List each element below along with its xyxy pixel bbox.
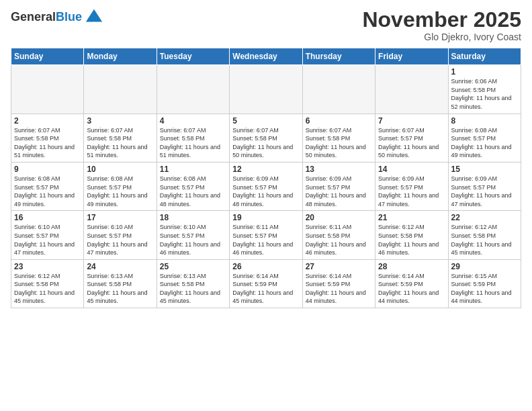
table-row: 9Sunrise: 6:08 AMSunset: 5:57 PMDaylight…: [11, 162, 84, 210]
day-number: 2: [14, 116, 81, 126]
day-number: 18: [160, 213, 226, 222]
day-info: Sunrise: 6:10 AMSunset: 5:57 PMDaylight:…: [87, 223, 153, 257]
table-row: 15Sunrise: 6:09 AMSunset: 5:57 PMDayligh…: [448, 162, 521, 210]
table-row: 23Sunrise: 6:12 AMSunset: 5:58 PMDayligh…: [11, 259, 84, 308]
day-number: 23: [14, 262, 81, 271]
day-number: 13: [306, 165, 372, 174]
day-info: Sunrise: 6:08 AMSunset: 5:57 PMDaylight:…: [160, 175, 226, 208]
table-row: 29Sunrise: 6:15 AMSunset: 5:59 PMDayligh…: [448, 259, 521, 308]
table-row: 26Sunrise: 6:14 AMSunset: 5:59 PMDayligh…: [230, 259, 302, 308]
table-row: 16Sunrise: 6:10 AMSunset: 5:57 PMDayligh…: [11, 211, 84, 259]
day-info: Sunrise: 6:08 AMSunset: 5:57 PMDaylight:…: [451, 126, 518, 160]
day-number: 19: [232, 213, 299, 222]
day-info: Sunrise: 6:13 AMSunset: 5:58 PMDaylight:…: [87, 272, 153, 306]
day-info: Sunrise: 6:07 AMSunset: 5:58 PMDaylight:…: [87, 126, 153, 160]
header-friday: Friday: [375, 48, 448, 65]
table-row: [302, 65, 375, 113]
day-number: 11: [160, 165, 226, 174]
day-info: Sunrise: 6:07 AMSunset: 5:58 PMDaylight:…: [160, 126, 226, 160]
day-number: 3: [87, 116, 153, 126]
table-row: 12Sunrise: 6:09 AMSunset: 5:57 PMDayligh…: [230, 162, 302, 210]
day-info: Sunrise: 6:10 AMSunset: 5:57 PMDaylight:…: [14, 223, 81, 257]
table-row: 14Sunrise: 6:09 AMSunset: 5:57 PMDayligh…: [375, 162, 448, 210]
table-row: [84, 65, 157, 113]
table-row: 10Sunrise: 6:08 AMSunset: 5:57 PMDayligh…: [84, 162, 157, 210]
day-number: 9: [14, 165, 81, 174]
day-info: Sunrise: 6:14 AMSunset: 5:59 PMDaylight:…: [378, 272, 445, 306]
day-number: 6: [306, 116, 372, 126]
day-number: 25: [160, 262, 226, 271]
logo-general: General: [11, 11, 56, 24]
table-row: [11, 65, 84, 113]
day-info: Sunrise: 6:10 AMSunset: 5:57 PMDaylight:…: [160, 223, 226, 257]
table-row: 18Sunrise: 6:10 AMSunset: 5:57 PMDayligh…: [157, 211, 229, 259]
table-row: 17Sunrise: 6:10 AMSunset: 5:57 PMDayligh…: [84, 211, 157, 259]
table-row: 19Sunrise: 6:11 AMSunset: 5:57 PMDayligh…: [230, 211, 302, 259]
day-info: Sunrise: 6:11 AMSunset: 5:57 PMDaylight:…: [232, 223, 299, 257]
day-number: 29: [451, 262, 518, 271]
table-row: 20Sunrise: 6:11 AMSunset: 5:58 PMDayligh…: [302, 211, 375, 259]
day-number: 4: [160, 116, 226, 126]
day-info: Sunrise: 6:11 AMSunset: 5:58 PMDaylight:…: [306, 223, 372, 257]
day-number: 22: [451, 213, 518, 222]
day-number: 8: [451, 116, 518, 126]
day-number: 17: [87, 213, 153, 222]
table-row: 8Sunrise: 6:08 AMSunset: 5:57 PMDaylight…: [448, 113, 521, 162]
calendar-header-row: Sunday Monday Tuesday Wednesday Thursday…: [11, 48, 521, 65]
day-number: 26: [232, 262, 299, 271]
day-info: Sunrise: 6:14 AMSunset: 5:59 PMDaylight:…: [306, 272, 372, 306]
table-row: 21Sunrise: 6:12 AMSunset: 5:58 PMDayligh…: [375, 211, 448, 259]
table-row: 24Sunrise: 6:13 AMSunset: 5:58 PMDayligh…: [84, 259, 157, 308]
day-info: Sunrise: 6:09 AMSunset: 5:57 PMDaylight:…: [306, 175, 372, 208]
page-header: General Blue November 2025 Glo Djekro, I…: [11, 8, 521, 42]
day-number: 14: [378, 165, 445, 174]
day-number: 16: [14, 213, 81, 222]
day-info: Sunrise: 6:15 AMSunset: 5:59 PMDaylight:…: [451, 272, 518, 306]
header-saturday: Saturday: [448, 48, 521, 65]
day-info: Sunrise: 6:07 AMSunset: 5:57 PMDaylight:…: [378, 126, 445, 160]
day-info: Sunrise: 6:07 AMSunset: 5:58 PMDaylight:…: [232, 126, 299, 160]
day-number: 12: [232, 165, 299, 174]
table-row: 6Sunrise: 6:07 AMSunset: 5:58 PMDaylight…: [302, 113, 375, 162]
day-number: 15: [451, 165, 518, 174]
table-row: [375, 65, 448, 113]
table-row: 27Sunrise: 6:14 AMSunset: 5:59 PMDayligh…: [302, 259, 375, 308]
location: Glo Djekro, Ivory Coast: [362, 32, 521, 42]
day-info: Sunrise: 6:13 AMSunset: 5:58 PMDaylight:…: [160, 272, 226, 306]
day-info: Sunrise: 6:08 AMSunset: 5:57 PMDaylight:…: [14, 175, 81, 208]
table-row: [230, 65, 302, 113]
calendar-table: Sunday Monday Tuesday Wednesday Thursday…: [11, 48, 521, 308]
title-area: November 2025 Glo Djekro, Ivory Coast: [362, 8, 521, 42]
day-number: 28: [378, 262, 445, 271]
day-number: 27: [306, 262, 372, 271]
header-tuesday: Tuesday: [157, 48, 229, 65]
day-info: Sunrise: 6:09 AMSunset: 5:57 PMDaylight:…: [232, 175, 299, 208]
header-wednesday: Wednesday: [230, 48, 302, 65]
table-row: [157, 65, 229, 113]
month-title: November 2025: [362, 8, 521, 32]
logo-blue: Blue: [56, 11, 82, 24]
logo: General Blue: [11, 8, 103, 27]
day-number: 20: [306, 213, 372, 222]
table-row: 28Sunrise: 6:14 AMSunset: 5:59 PMDayligh…: [375, 259, 448, 308]
header-monday: Monday: [84, 48, 157, 65]
day-info: Sunrise: 6:12 AMSunset: 5:58 PMDaylight:…: [378, 223, 445, 257]
day-number: 21: [378, 213, 445, 222]
day-info: Sunrise: 6:12 AMSunset: 5:58 PMDaylight:…: [451, 223, 518, 257]
table-row: 22Sunrise: 6:12 AMSunset: 5:58 PMDayligh…: [448, 211, 521, 259]
day-info: Sunrise: 6:08 AMSunset: 5:57 PMDaylight:…: [87, 175, 153, 208]
day-info: Sunrise: 6:09 AMSunset: 5:57 PMDaylight:…: [378, 175, 445, 208]
day-info: Sunrise: 6:06 AMSunset: 5:58 PMDaylight:…: [451, 77, 518, 111]
day-info: Sunrise: 6:07 AMSunset: 5:58 PMDaylight:…: [14, 126, 81, 160]
day-number: 5: [232, 116, 299, 126]
day-info: Sunrise: 6:09 AMSunset: 5:57 PMDaylight:…: [451, 175, 518, 208]
day-number: 24: [87, 262, 153, 271]
table-row: 11Sunrise: 6:08 AMSunset: 5:57 PMDayligh…: [157, 162, 229, 210]
table-row: 5Sunrise: 6:07 AMSunset: 5:58 PMDaylight…: [230, 113, 302, 162]
logo-icon: [85, 8, 103, 27]
table-row: 2Sunrise: 6:07 AMSunset: 5:58 PMDaylight…: [11, 113, 84, 162]
table-row: 1Sunrise: 6:06 AMSunset: 5:58 PMDaylight…: [448, 65, 521, 113]
header-thursday: Thursday: [302, 48, 375, 65]
day-info: Sunrise: 6:07 AMSunset: 5:58 PMDaylight:…: [306, 126, 372, 160]
svg-marker-0: [86, 9, 102, 22]
